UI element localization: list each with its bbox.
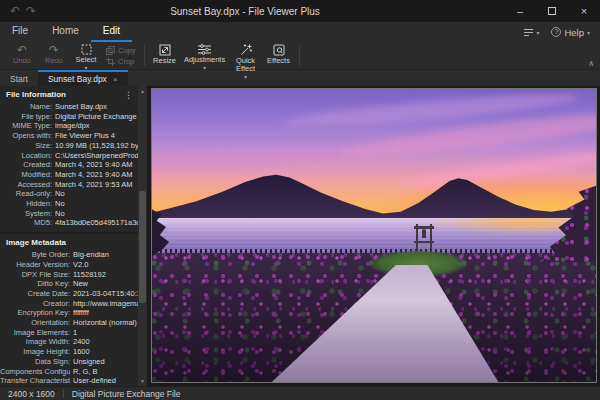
copy-icon [106,46,115,55]
title-bar: ↶ ↷ Sunset Bay.dpx - File Viewer Plus – … [0,0,600,22]
image-dimensions: 2400 x 1600 [0,389,63,399]
info-label: Size: [0,141,52,151]
tab-home[interactable]: Home [40,22,91,42]
info-row: System: No [0,209,138,219]
info-value: No [52,199,138,209]
image-viewer[interactable] [148,86,600,386]
info-value: March 4, 2021 9:40 AM [52,160,138,170]
metadata-row: Image Width: 2400 [0,337,138,347]
info-label: Hidden: [0,199,52,209]
info-label: Modified: [0,170,52,180]
chevron-down-icon: ▾ [203,64,206,72]
tab-start[interactable]: Start [0,70,38,86]
redo-button[interactable]: ↷ Redo [38,42,70,69]
metadata-value: 11528192 [70,270,138,280]
metadata-label: Image Elements: [0,328,70,338]
redo-icon: ↷ [49,44,59,56]
metadata-value: Unsigned [70,357,138,367]
metadata-row: Orientation: Horizontal (normal) [0,318,138,328]
adjustments-icon [198,44,211,55]
minimize-button[interactable]: – [504,0,536,22]
scrollbar-track[interactable] [138,96,147,376]
info-row: Size: 10.99 MB (11,528,192 bytes) [0,141,138,151]
main-area: File Information ⋮ Name: Sunset Bay.dpx [0,86,600,386]
window-title: Sunset Bay.dpx - File Viewer Plus [0,6,490,17]
close-button[interactable]: × [568,0,600,22]
info-label: MD5: [0,218,52,228]
metadata-row: Data Sign: Unsigned [0,357,138,367]
crop-button[interactable]: Crop [106,57,136,66]
maximize-button[interactable] [536,0,568,22]
tab-file[interactable]: File [0,22,40,42]
info-value: No [52,189,138,199]
metadata-value: V2.0 [70,260,138,270]
info-label: Accessed: [0,180,52,190]
info-value: Sunset Bay.dpx [52,102,138,112]
sidebar-content: File Information ⋮ Name: Sunset Bay.dpx [0,86,138,386]
info-row: Name: Sunset Bay.dpx [0,102,138,112]
adjustments-button[interactable]: Adjustments ▾ [181,42,229,69]
undo-icon: ↶ [17,44,27,56]
metadata-label: Byte Order: [0,250,70,260]
tab-sunset-bay[interactable]: Sunset Bay.dpx × [38,70,128,86]
info-row: Read-only: No [0,189,138,199]
tab-close-icon[interactable]: × [113,75,118,84]
effects-button[interactable]: Effects [263,42,295,69]
quick-effect-button[interactable]: Quick Effect ▾ [229,42,263,69]
group-separator [299,45,300,66]
metadata-value: 1600 [70,347,138,357]
section-title: Image Metadata [6,238,66,247]
ribbon-tab-bar: File Home Edit ▾ ? Help ▾ [0,22,600,42]
tab-edit[interactable]: Edit [91,22,132,42]
metadata-value: 1 [70,328,138,338]
metadata-value: Horizontal (normal) [70,318,138,328]
metadata-row: Byte Order: Big-endian [0,250,138,260]
scroll-down-icon[interactable]: ▼ [138,376,147,386]
collapse-ribbon-icon[interactable]: ∧ [588,60,594,68]
resize-icon [159,44,171,56]
copy-button[interactable]: Copy [106,46,136,55]
scrollbar-thumb[interactable] [139,191,146,303]
help-button[interactable]: ? Help ▾ [551,27,590,38]
crop-label: Crop [118,57,134,66]
info-value: 10.99 MB (11,528,192 bytes) [52,141,138,151]
scroll-up-icon[interactable]: ▲ [138,86,147,96]
info-label: Created: [0,160,52,170]
metadata-row: Creator: http://www.imagemag... [0,299,138,309]
info-row: MD5: 4fa13bd0e05d495171a3d12d2e... [0,218,138,228]
resize-button[interactable]: Resize [149,42,181,69]
info-row: Hidden: No [0,199,138,209]
metadata-row: Create Date: 2021-03-04T15:40:34+00: [0,289,138,299]
metadata-value: User-defined [70,376,138,386]
image-metadata-rows: Byte Order: Big-endian Header Version: V… [0,250,138,386]
info-row: File type: Digital Picture Exchange File… [0,112,138,122]
metadata-row: Image Elements: 1 [0,328,138,338]
adjustments-label: Adjustments [184,56,225,64]
undo-button[interactable]: ↶ Undo [6,42,38,69]
section-title: File Information [6,90,66,99]
select-label: Select [76,56,97,64]
metadata-row: Ditto Key: New [0,279,138,289]
maximize-icon [548,7,556,15]
crop-icon [106,57,115,66]
app-window: ↶ ↷ Sunset Bay.dpx - File Viewer Plus – … [0,0,600,400]
select-icon [81,44,92,55]
clipboard-group: Copy Crop [102,42,140,69]
metadata-label: Image Height: [0,347,70,357]
metadata-value: http://www.imagemag... [70,299,138,309]
info-value: Digital Picture Exchange File (... [52,112,138,122]
ribbon-options-icon [523,28,534,37]
info-label: MIME Type: [0,121,52,131]
section-menu-icon[interactable]: ⋮ [124,91,133,99]
help-icon: ? [551,27,561,37]
window-controls: – × [504,0,600,22]
select-button[interactable]: Select ▾ [70,42,102,69]
metadata-value: 2400 [70,337,138,347]
metadata-value: ffffffff [70,308,138,318]
metadata-row: Header Version: V2.0 [0,260,138,270]
ribbon-display-options-button[interactable]: ▾ [523,28,539,37]
undo-label: Undo [13,57,31,65]
chevron-down-icon: ▾ [244,73,247,81]
sidebar-scrollbar[interactable]: ▲ ▼ [138,86,147,386]
info-label: File type: [0,112,52,122]
